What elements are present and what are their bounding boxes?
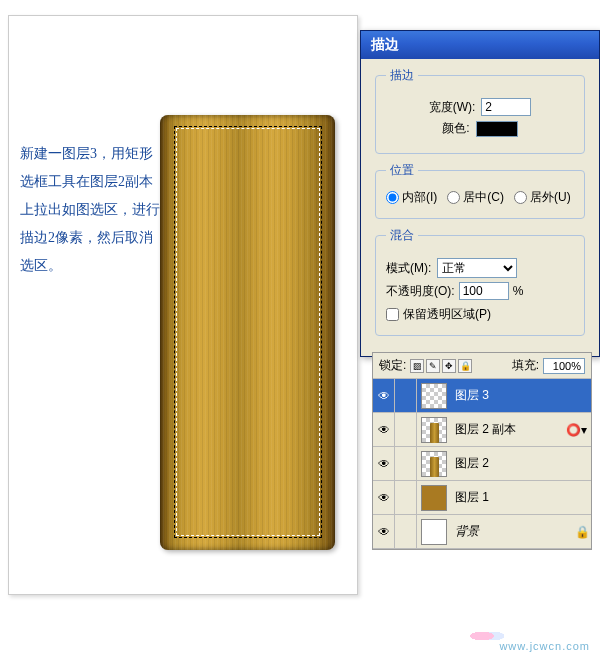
layer-name: 图层 3	[451, 387, 591, 404]
lock-bar: 锁定: ▨ ✎ ✥ 🔒 填充: 100%	[373, 353, 591, 379]
color-swatch[interactable]	[476, 121, 518, 137]
link-cell[interactable]	[395, 481, 417, 514]
layer-thumb[interactable]	[421, 519, 447, 545]
layer-thumb[interactable]	[421, 451, 447, 477]
mode-select[interactable]: 正常	[437, 258, 517, 278]
layer-name: 背景	[451, 523, 573, 540]
layer-row-3[interactable]: 👁图层 1	[373, 481, 591, 515]
width-label: 宽度(W):	[429, 99, 476, 116]
lock-move-icon[interactable]: ✥	[442, 359, 456, 373]
link-cell[interactable]	[395, 413, 417, 446]
watermark-text: www.jcwcn.com	[499, 640, 590, 652]
lock-all-icon[interactable]: 🔒	[458, 359, 472, 373]
fill-label: 填充:	[512, 357, 539, 374]
visibility-icon[interactable]: 👁	[373, 413, 395, 446]
position-radios: 内部(I) 居中(C) 居外(U)	[386, 189, 574, 206]
stroke-legend: 描边	[386, 67, 418, 84]
color-label: 颜色:	[442, 120, 469, 137]
marquee-selection	[176, 128, 320, 536]
fx-icon[interactable]: ⭕▾	[566, 423, 587, 437]
link-cell[interactable]	[395, 515, 417, 548]
layer-thumb[interactable]	[421, 485, 447, 511]
visibility-icon[interactable]: 👁	[373, 481, 395, 514]
layer-thumb[interactable]	[421, 417, 447, 443]
position-group: 位置 内部(I) 居中(C) 居外(U)	[375, 162, 585, 219]
radio-inside[interactable]: 内部(I)	[386, 189, 437, 206]
layer-row-2[interactable]: 👁图层 2	[373, 447, 591, 481]
stroke-group: 描边 宽度(W): 颜色:	[375, 67, 585, 154]
lock-label: 锁定:	[379, 357, 406, 374]
visibility-icon[interactable]: 👁	[373, 379, 395, 412]
radio-outside[interactable]: 居外(U)	[514, 189, 571, 206]
visibility-icon[interactable]: 👁	[373, 515, 395, 548]
opacity-suffix: %	[513, 284, 524, 298]
instruction-text: 新建一图层3，用矩形选框工具在图层2副本上拉出如图选区，进行描边2像素，然后取消…	[20, 140, 160, 280]
mode-label: 模式(M):	[386, 260, 431, 277]
layer-row-4[interactable]: 👁背景🔒	[373, 515, 591, 549]
link-cell[interactable]	[395, 447, 417, 480]
layer-row-0[interactable]: 👁图层 3	[373, 379, 591, 413]
visibility-icon[interactable]: 👁	[373, 447, 395, 480]
blend-group: 混合 模式(M): 正常 不透明度(O): % 保留透明区域(P)	[375, 227, 585, 336]
preserve-label: 保留透明区域(P)	[403, 306, 491, 323]
blend-legend: 混合	[386, 227, 418, 244]
lock-trans-icon[interactable]: ▨	[410, 359, 424, 373]
layer-name: 图层 1	[451, 489, 591, 506]
layer-name: 图层 2	[451, 455, 591, 472]
layer-name: 图层 2 副本	[451, 421, 566, 438]
opacity-label: 不透明度(O):	[386, 283, 455, 300]
layers-panel: 锁定: ▨ ✎ ✥ 🔒 填充: 100% 👁图层 3👁图层 2 副本⭕▾👁图层 …	[372, 352, 592, 550]
layer-thumb[interactable]	[421, 383, 447, 409]
lock-icon: 🔒	[573, 525, 591, 539]
fill-value[interactable]: 100%	[543, 358, 585, 374]
layer-row-1[interactable]: 👁图层 2 副本⭕▾	[373, 413, 591, 447]
preserve-checkbox[interactable]	[386, 308, 399, 321]
link-cell[interactable]	[395, 379, 417, 412]
dialog-titlebar[interactable]: 描边	[361, 31, 599, 59]
stroke-dialog: 描边 描边 宽度(W): 颜色: 位置 内部(I) 居中(C) 居外(U) 混合	[360, 30, 600, 357]
opacity-input[interactable]	[459, 282, 509, 300]
radio-center[interactable]: 居中(C)	[447, 189, 504, 206]
lock-paint-icon[interactable]: ✎	[426, 359, 440, 373]
width-input[interactable]	[481, 98, 531, 116]
position-legend: 位置	[386, 162, 418, 179]
